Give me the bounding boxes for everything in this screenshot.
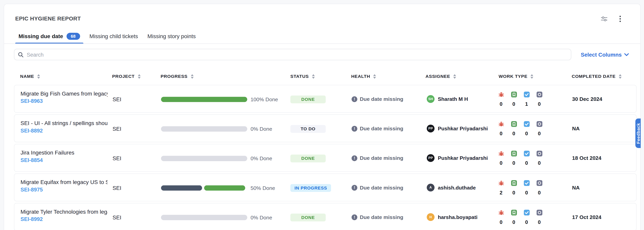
bug-icon — [498, 91, 504, 97]
tab-missing-child-tickets[interactable]: Missing child tickets — [86, 29, 141, 43]
filter-sliders-icon[interactable] — [600, 15, 608, 23]
tab-missing-story-points[interactable]: Missing story points — [144, 29, 199, 43]
assignee-name: Pushkar Priyadarshi — [438, 126, 488, 131]
health-cell: ! Due date missing — [352, 125, 403, 132]
warning-icon: ! — [352, 185, 357, 191]
epic-name: SEI - UI - All strings / spellings shoul… — [20, 120, 108, 126]
tab-bar: Missing due date 68 Missing child ticket… — [15, 29, 199, 43]
task-count: 0 — [525, 219, 528, 225]
epic-count: 0 — [538, 190, 541, 196]
avatar: PP — [427, 154, 434, 162]
epic-count: 0 — [538, 131, 541, 136]
ticket-id-link[interactable]: SEI-8854 — [20, 157, 43, 163]
progress-label: 50% Done — [250, 185, 275, 191]
epic-hygiene-report-page: EPIC HYGIENE REPORT Missing due date 68 … — [0, 0, 644, 230]
epic-count: 0 — [538, 101, 541, 107]
bug-count: 2 — [500, 190, 502, 196]
status-badge: TO DO — [290, 125, 326, 133]
project-cell: SEI — [112, 155, 122, 161]
column-header-assignee[interactable]: ASSIGNEE — [426, 74, 456, 79]
column-header-work-type[interactable]: WORK TYPE — [498, 74, 534, 79]
progress-label: 100% Done — [250, 96, 278, 102]
feedback-tab[interactable]: Feedback — [635, 119, 641, 148]
epic-icon — [536, 210, 542, 216]
column-header-status[interactable]: STATUS — [290, 74, 315, 79]
search-input[interactable] — [27, 51, 567, 58]
table-row[interactable]: SEI - UI - All strings / spellings shoul… — [14, 114, 636, 142]
column-header-completed-date[interactable]: COMPLETED DATE — [572, 74, 622, 79]
sort-icon — [453, 74, 456, 78]
story-icon — [511, 91, 517, 97]
column-header-health[interactable]: HEALTH — [351, 74, 376, 79]
story-count: 0 — [512, 160, 515, 166]
report-card: EPIC HYGIENE REPORT Missing due date 68 … — [4, 4, 641, 230]
assignee-cell: PP Pushkar Priyadarshi — [427, 125, 488, 133]
task-count: 0 — [525, 131, 528, 136]
epic-count: 0 — [538, 219, 541, 225]
column-header-project[interactable]: PROJECT — [112, 74, 141, 79]
kebab-menu-icon[interactable] — [616, 15, 624, 23]
bug-icon — [498, 180, 504, 186]
assignee-cell: H harsha.boyapati — [427, 213, 478, 221]
epic-name: Migrate Equifax from legacy US to SE... — [20, 179, 108, 185]
task-icon — [524, 121, 530, 127]
project-cell: SEI — [112, 96, 122, 102]
story-count: 0 — [512, 131, 515, 136]
table-row[interactable]: Migrate Equifax from legacy US to SE... … — [14, 173, 636, 201]
task-count: 0 — [525, 190, 528, 196]
story-count: 0 — [512, 101, 515, 107]
tab-missing-due-date[interactable]: Missing due date 68 — [15, 29, 83, 43]
avatar: A — [427, 184, 434, 192]
progress-label: 0% Done — [250, 155, 272, 161]
ticket-id-link[interactable]: SEI-8963 — [20, 98, 43, 104]
status-badge: IN PROGRESS — [290, 184, 331, 192]
ticket-id-link[interactable]: SEI-8992 — [20, 216, 43, 222]
sort-icon — [530, 74, 534, 78]
bug-count: 0 — [500, 101, 502, 107]
bug-count: 0 — [500, 160, 502, 166]
story-icon — [511, 150, 517, 157]
search-box[interactable] — [14, 49, 571, 60]
sort-icon — [190, 74, 194, 78]
table-row[interactable]: Migrate Tyler Technologies from lega... … — [14, 203, 636, 230]
story-icon — [511, 180, 517, 186]
bug-icon — [498, 210, 504, 216]
epic-name: Migrate Tyler Technologies from lega... — [20, 209, 108, 215]
work-type-cell: 0 0 0 0 — [497, 150, 543, 166]
ticket-id-link[interactable]: SEI-8975 — [20, 187, 43, 193]
select-columns-button[interactable]: Select Columns — [581, 52, 629, 58]
bug-icon — [498, 150, 504, 157]
column-header-name[interactable]: NAME — [20, 74, 40, 79]
health-cell: ! Due date missing — [352, 155, 403, 161]
completed-date-cell: 30 Dec 2024 — [572, 96, 602, 102]
progress-bar — [161, 126, 247, 132]
health-text: Due date missing — [360, 185, 403, 191]
epic-icon — [536, 121, 542, 127]
progress-bar — [161, 97, 247, 102]
task-count: 1 — [525, 101, 528, 107]
epic-count: 0 — [538, 160, 541, 166]
work-type-cell: 2 0 0 0 — [497, 180, 543, 196]
avatar: PP — [427, 125, 434, 133]
epic-icon — [536, 150, 542, 157]
progress-bar — [161, 185, 247, 191]
project-cell: SEI — [112, 214, 122, 220]
table-row[interactable]: Jira Ingestion Failures SEI-8854 SEI 0% … — [14, 144, 636, 172]
story-icon — [511, 210, 517, 216]
task-icon — [524, 180, 530, 186]
column-header-progress[interactable]: PROGRESS — [160, 74, 194, 79]
tabs-divider — [4, 43, 640, 44]
task-icon — [524, 210, 530, 216]
bug-count: 0 — [500, 131, 502, 136]
table-row[interactable]: Migrate Big Fish Games from legacy ... S… — [14, 85, 636, 113]
story-icon — [511, 121, 517, 127]
work-type-cell: 0 0 1 0 — [497, 91, 543, 107]
bug-count: 0 — [500, 219, 502, 225]
warning-icon: ! — [352, 214, 357, 220]
health-text: Due date missing — [360, 96, 403, 102]
card-actions — [600, 15, 624, 23]
ticket-id-link[interactable]: SEI-8892 — [20, 128, 43, 134]
completed-date-cell: 18 Oct 2024 — [572, 155, 601, 161]
assignee-cell: A ashish.duthade — [427, 184, 476, 192]
avatar: SH — [427, 95, 434, 103]
